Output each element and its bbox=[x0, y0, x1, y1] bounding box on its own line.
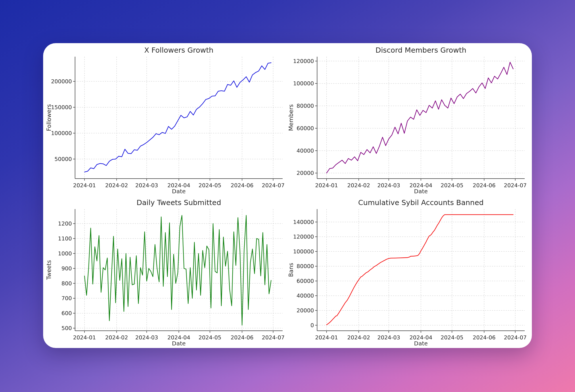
chart-panel-sybil-bans: Cumulative Sybil Accounts Banned Date bbox=[288, 196, 532, 348]
chart-panel-discord-members: Discord Members Growth Date bbox=[288, 43, 532, 196]
chart-title-daily-tweets: Daily Tweets Submitted bbox=[75, 198, 283, 207]
chart-panel-x-followers: X Followers Growth Date bbox=[43, 43, 288, 196]
chart-panel-daily-tweets: Daily Tweets Submitted Date bbox=[43, 196, 288, 348]
x-axis-label-date: Date bbox=[75, 340, 283, 347]
x-axis-label-date: Date bbox=[75, 188, 283, 195]
chart-title-x-followers: X Followers Growth bbox=[75, 46, 283, 54]
x-axis-label-date: Date bbox=[317, 340, 525, 347]
sybil-accounts-banned-chart bbox=[288, 196, 532, 348]
x-axis-label-date: Date bbox=[317, 188, 525, 195]
x-followers-growth-chart bbox=[43, 43, 288, 196]
chart-title-discord-members: Discord Members Growth bbox=[317, 46, 525, 54]
discord-members-growth-chart bbox=[288, 43, 532, 196]
dashboard-card: X Followers Growth Date Discord Members … bbox=[43, 43, 532, 348]
daily-tweets-chart bbox=[43, 196, 288, 348]
chart-title-sybil-bans: Cumulative Sybil Accounts Banned bbox=[317, 198, 525, 207]
